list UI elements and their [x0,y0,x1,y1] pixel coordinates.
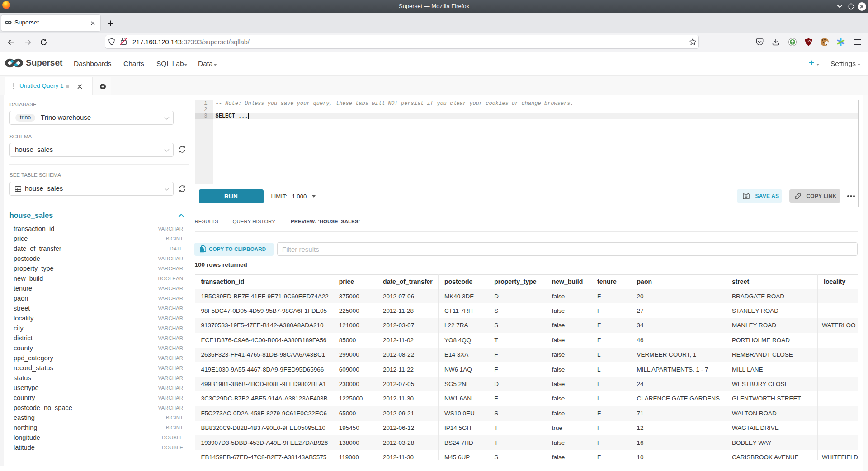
svg-text:UO: UO [807,39,811,42]
